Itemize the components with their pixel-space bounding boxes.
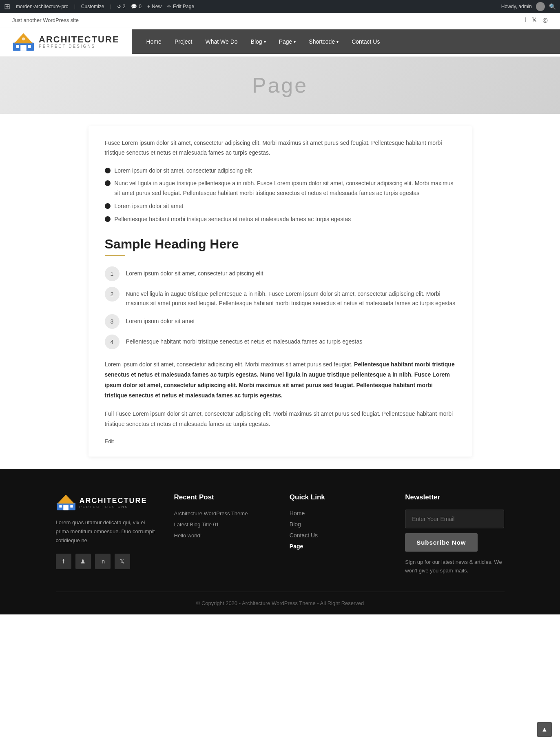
top-bar: Just another WordPress site f 𝕏 ◎	[0, 13, 560, 27]
nav-shortcode[interactable]: Shortcode ▾	[302, 29, 345, 54]
newsletter-email-input[interactable]	[405, 510, 504, 528]
footer-logo: ARCHITECTURE PERFECT DESIGNS	[56, 493, 158, 512]
numbered-item-2: 2 Nunc vel ligula in augue tristique pel…	[105, 287, 456, 309]
footer-twitter-btn[interactable]: 𝕏	[115, 554, 130, 569]
num-text-1: Lorem ipsum dolor sit amet, consectetur …	[126, 266, 263, 279]
svg-rect-10	[70, 505, 73, 508]
nav-blog[interactable]: Blog ▾	[244, 29, 272, 54]
footer-col-quick-link: Quick Link Home Blog Contact Us Page	[290, 493, 389, 575]
footer-logo-title: ARCHITECTURE	[80, 497, 147, 505]
recent-post-item-2[interactable]: Latest Blog Title 01	[174, 521, 273, 528]
quick-link-contact[interactable]: Contact Us	[290, 532, 389, 539]
bullet-text: Lorem ipsum dolor sit amet, consectetur …	[115, 166, 252, 176]
bullet-item-1: Lorem ipsum dolor sit amet, consectetur …	[105, 166, 456, 176]
revision-link[interactable]: ↺ 2	[117, 4, 126, 9]
recent-post-list: Architecture WordPress Theme Latest Blog…	[174, 510, 273, 539]
content-area: Fusce Lorem ipsum dolor sit amet, consec…	[89, 126, 472, 457]
blog-dropdown-icon: ▾	[264, 40, 266, 44]
comments-link[interactable]: 💬 0	[131, 4, 142, 9]
recent-post-item-1[interactable]: Architecture WordPress Theme	[174, 510, 273, 517]
svg-rect-2	[20, 45, 27, 51]
top-social-links: f 𝕏 ◎	[525, 16, 548, 24]
bullet-text: Pellentesque habitant morbi tristique se…	[115, 215, 351, 224]
footer-pinterest-btn[interactable]: ♟	[75, 554, 91, 569]
numbered-item-3: 3 Lorem ipsum dolor sit amet	[105, 314, 456, 329]
site-header: ARCHITECTURE PERFECT DESIGNS Home Projec…	[0, 27, 560, 57]
svg-rect-8	[63, 505, 69, 510]
footer: ARCHITECTURE PERFECT DESIGNS Lorem quas …	[0, 469, 560, 614]
nav-project[interactable]: Project	[168, 29, 199, 54]
nav-what-we-do[interactable]: What We Do	[199, 29, 244, 54]
recent-post-link-1[interactable]: Architecture WordPress Theme	[174, 510, 248, 517]
recent-post-title: Recent Post	[174, 493, 273, 501]
numbered-list: 1 Lorem ipsum dolor sit amet, consectetu…	[105, 266, 456, 350]
subscribe-button[interactable]: Subscribe Now	[405, 533, 477, 552]
sample-heading: Sample Heading Here	[105, 237, 456, 252]
edit-link[interactable]: Edit	[105, 438, 114, 444]
quick-link-home[interactable]: Home	[290, 510, 389, 517]
footer-logo-icon	[56, 493, 76, 512]
logo-text: ARCHITECTURE PERFECT DESIGNS	[39, 35, 120, 49]
twitter-icon[interactable]: 𝕏	[532, 16, 537, 24]
search-icon[interactable]: 🔍	[549, 3, 556, 10]
bullet-item-2: Nunc vel ligula in augue tristique pelle…	[105, 179, 456, 198]
num-circle-4: 4	[105, 335, 120, 349]
bullet-item-3: Lorem ipsum dolor sit amet	[105, 202, 456, 211]
recent-post-item-3[interactable]: Hello world!	[174, 532, 273, 539]
num-text-2: Nunc vel ligula in augue tristique pelle…	[126, 287, 456, 309]
footer-logo-subtitle: PERFECT DESIGNS	[80, 505, 147, 509]
quick-link-list: Home Blog Contact Us Page	[290, 510, 389, 550]
edit-page-link[interactable]: ✏ Edit Page	[167, 4, 194, 9]
bullet-dot	[105, 180, 111, 186]
svg-rect-9	[59, 505, 62, 508]
bullet-list: Lorem ipsum dolor sit amet, consectetur …	[105, 166, 456, 224]
footer-grid: ARCHITECTURE PERFECT DESIGNS Lorem quas …	[56, 493, 505, 575]
footer-bottom: © Copyright 2020 - Architecture WordPres…	[56, 592, 505, 606]
svg-marker-7	[57, 495, 74, 504]
instagram-icon[interactable]: ◎	[542, 16, 548, 24]
page-hero: Page	[0, 57, 560, 114]
recent-post-link-3[interactable]: Hello world!	[174, 532, 202, 539]
logo-area[interactable]: ARCHITECTURE PERFECT DESIGNS	[0, 27, 132, 56]
footer-col-recent-post: Recent Post Architecture WordPress Theme…	[174, 493, 273, 575]
intro-text: Fusce Lorem ipsum dolor sit amet, consec…	[105, 138, 456, 158]
recent-post-link-2[interactable]: Latest Blog Title 01	[174, 521, 219, 528]
admin-sep: |	[74, 4, 75, 9]
page-title: Page	[8, 73, 552, 98]
newsletter-note: Sign up for our latest news & articles. …	[405, 558, 504, 575]
main-navigation: Home Project What We Do Blog ▾ Page ▾ Sh…	[132, 29, 560, 54]
bullet-dot	[105, 216, 111, 222]
footer-logo-text: ARCHITECTURE PERFECT DESIGNS	[80, 497, 147, 509]
nav-home[interactable]: Home	[140, 29, 168, 54]
copyright-text: © Copyright 2020 - Architecture WordPres…	[196, 600, 364, 606]
site-tagline: Just another WordPress site	[12, 17, 79, 23]
nav-page[interactable]: Page ▾	[272, 29, 303, 54]
quick-link-title: Quick Link	[290, 493, 389, 501]
footer-facebook-btn[interactable]: f	[56, 554, 71, 569]
num-text-4: Pellentesque habitant morbi tristique se…	[126, 335, 363, 347]
customize-link[interactable]: Customize	[81, 4, 104, 9]
footer-col-newsletter: Newsletter Subscribe Now Sign up for our…	[405, 493, 504, 575]
footer-linkedin-btn[interactable]: in	[95, 554, 111, 569]
facebook-icon[interactable]: f	[525, 16, 526, 24]
bullet-text: Lorem ipsum dolor sit amet	[115, 202, 184, 211]
wp-logo-icon[interactable]: ⊞	[4, 2, 10, 11]
num-circle-1: 1	[105, 266, 120, 281]
site-logo-icon	[12, 31, 35, 52]
new-link[interactable]: + New	[147, 4, 162, 9]
body-text-1: Lorem ipsum dolor sit amet, consectetur …	[105, 359, 456, 401]
admin-bar: ⊞ morden-architecture-pro | Customize | …	[0, 0, 560, 13]
bullet-dot	[105, 168, 111, 173]
quick-link-blog[interactable]: Blog	[290, 521, 389, 528]
shortcode-dropdown-icon: ▾	[336, 40, 339, 44]
admin-site-name[interactable]: morden-architecture-pro	[16, 4, 69, 9]
footer-description: Lorem quas utamur delicata qui, vix ei p…	[56, 518, 158, 545]
howdy-text: Howdy, admin	[501, 4, 532, 9]
footer-social-links: f ♟ in 𝕏	[56, 554, 158, 569]
page-dropdown-icon: ▾	[294, 40, 296, 44]
body-text-2: Full Fusce Lorem ipsum dolor sit amet, c…	[105, 409, 456, 429]
svg-point-5	[22, 38, 25, 40]
quick-link-page[interactable]: Page	[290, 543, 389, 550]
bullet-item-4: Pellentesque habitant morbi tristique se…	[105, 215, 456, 224]
nav-contact-us[interactable]: Contact Us	[345, 29, 386, 54]
